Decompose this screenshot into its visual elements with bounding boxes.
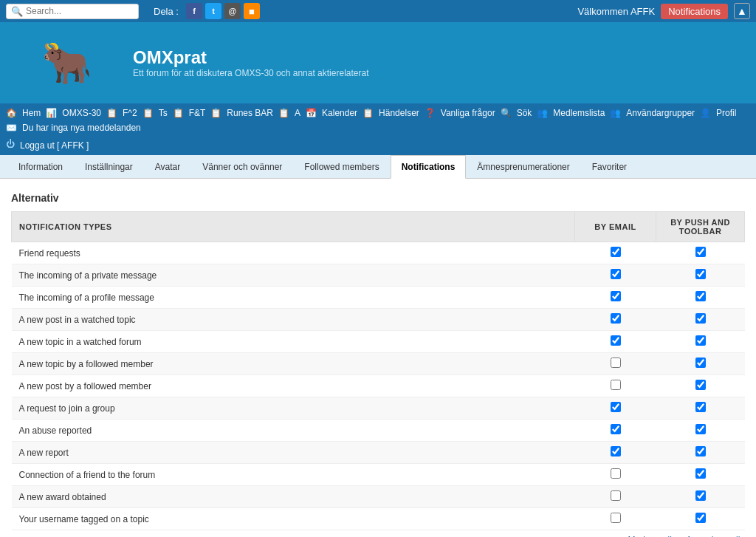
email-checkbox[interactable]: [611, 269, 621, 279]
row-email-cell[interactable]: [575, 242, 656, 264]
table-row: A new post by a followed member: [12, 375, 745, 397]
row-push-cell[interactable]: [656, 242, 745, 264]
row-email-cell[interactable]: [575, 264, 656, 287]
table-row: Connection of a friend to the forum: [12, 464, 745, 486]
tab-favoriter[interactable]: Favoriter: [581, 155, 638, 179]
site-logo: 🐂: [41, 43, 92, 83]
row-push-cell[interactable]: [656, 464, 745, 486]
notifications-button[interactable]: Notifications: [661, 4, 728, 19]
email-checkbox[interactable]: [611, 358, 621, 368]
email-checkbox[interactable]: [611, 380, 621, 390]
push-checkbox[interactable]: [695, 490, 706, 501]
tab-information[interactable]: Information: [7, 155, 74, 179]
nav-item-groups[interactable]: Användargrupper: [622, 106, 698, 120]
row-email-cell[interactable]: [575, 486, 656, 508]
email-checkbox[interactable]: [611, 402, 621, 412]
nav-item-handelser[interactable]: Händelser: [375, 106, 423, 120]
email-checkbox[interactable]: [611, 335, 621, 346]
push-checkbox[interactable]: [695, 446, 706, 456]
nav-item-runes[interactable]: Runes BAR: [223, 106, 277, 120]
row-push-cell[interactable]: [656, 264, 745, 287]
table-row: A new topic by a followed member: [12, 353, 745, 375]
logout-icon: ⏻: [6, 139, 15, 152]
tab-vanner[interactable]: Vänner och ovänner: [191, 155, 293, 179]
nav-item-faq[interactable]: Vanliga frågor: [437, 106, 499, 120]
row-email-cell[interactable]: [575, 331, 656, 353]
nav-item-kalender[interactable]: Kalender: [318, 106, 361, 120]
row-push-cell[interactable]: [656, 353, 745, 375]
tab-notifications[interactable]: Notifications: [391, 155, 467, 179]
search-box[interactable]: 🔍: [6, 4, 139, 19]
logout-link[interactable]: Logga ut [ AFFK ]: [16, 139, 92, 152]
email-checkbox[interactable]: [611, 424, 621, 434]
nav-item-ft[interactable]: F&T: [185, 106, 210, 120]
push-checkbox[interactable]: [695, 247, 706, 257]
push-checkbox[interactable]: [695, 424, 706, 434]
twitter-icon[interactable]: t: [205, 3, 221, 19]
nav-item-sok[interactable]: Sök: [513, 106, 536, 120]
row-email-cell[interactable]: [575, 464, 656, 486]
row-push-cell[interactable]: [656, 397, 745, 420]
email-checkbox[interactable]: [611, 513, 621, 523]
tab-amnesprenumerationer[interactable]: Ämnesprenumerationer: [466, 155, 580, 179]
tab-avatar[interactable]: Avatar: [144, 155, 191, 179]
row-type-cell: Friend requests: [12, 242, 575, 264]
row-push-cell[interactable]: [656, 331, 745, 353]
nav-icon-handelser: 📋: [362, 108, 374, 118]
row-push-cell[interactable]: [656, 375, 745, 397]
email-checkbox[interactable]: [611, 313, 621, 324]
push-checkbox[interactable]: [695, 513, 706, 523]
nav-item-f2[interactable]: F^2: [119, 106, 141, 120]
nav-icon-profile: 👤: [700, 108, 711, 118]
row-push-cell[interactable]: [656, 309, 745, 331]
push-checkbox[interactable]: [695, 291, 706, 301]
row-push-cell[interactable]: [656, 420, 745, 442]
site-header: 🐂 OMXprat Ett forum för att diskutera OM…: [0, 22, 756, 103]
row-email-cell[interactable]: [575, 353, 656, 375]
email-icon[interactable]: @: [224, 3, 241, 19]
push-checkbox[interactable]: [695, 269, 706, 279]
facebook-icon[interactable]: f: [186, 3, 202, 19]
email-checkbox[interactable]: [611, 291, 621, 301]
site-name: OMXprat: [133, 47, 368, 68]
site-subtitle: Ett forum för att diskutera OMXS-30 och …: [133, 68, 368, 78]
col-push: BY PUSH AND TOOLBAR: [656, 212, 745, 242]
nav-item-memberlist[interactable]: Medlemslista: [549, 106, 608, 120]
row-email-cell[interactable]: [575, 375, 656, 397]
row-email-cell[interactable]: [575, 397, 656, 420]
scroll-top-button[interactable]: ▲: [734, 3, 750, 19]
tab-followed[interactable]: Followed members: [293, 155, 390, 179]
push-checkbox[interactable]: [695, 335, 706, 346]
rss-icon[interactable]: ■: [244, 3, 260, 19]
email-checkbox[interactable]: [611, 468, 621, 479]
row-push-cell[interactable]: [656, 442, 745, 464]
row-push-cell[interactable]: [656, 287, 745, 309]
row-email-cell[interactable]: [575, 442, 656, 464]
col-type: NOTIFICATION TYPES: [12, 212, 575, 242]
table-row: An abuse reported: [12, 420, 745, 442]
push-checkbox[interactable]: [695, 468, 706, 479]
push-checkbox[interactable]: [695, 358, 706, 368]
nav-item-messages[interactable]: Du har inga nya meddelanden: [18, 121, 145, 134]
nav-item-ts[interactable]: Ts: [155, 106, 171, 120]
row-email-cell[interactable]: [575, 287, 656, 309]
email-checkbox[interactable]: [611, 490, 621, 501]
push-checkbox[interactable]: [695, 380, 706, 390]
row-push-cell[interactable]: [656, 486, 745, 508]
row-type-cell: A new post by a followed member: [12, 375, 575, 397]
row-email-cell[interactable]: [575, 309, 656, 331]
row-email-cell[interactable]: [575, 508, 656, 530]
nav-item-hem[interactable]: Hem: [18, 106, 44, 120]
tab-installningar[interactable]: Inställningar: [74, 155, 144, 179]
table-row: A new report: [12, 442, 745, 464]
push-checkbox[interactable]: [695, 402, 706, 412]
nav-item-a[interactable]: A: [291, 106, 304, 120]
row-push-cell[interactable]: [656, 508, 745, 530]
email-checkbox[interactable]: [611, 446, 621, 456]
search-input[interactable]: [26, 6, 134, 16]
nav-item-omxs30[interactable]: OMXS-30: [58, 106, 105, 120]
row-email-cell[interactable]: [575, 420, 656, 442]
nav-item-profile[interactable]: Profil: [712, 106, 740, 120]
email-checkbox[interactable]: [611, 247, 621, 257]
push-checkbox[interactable]: [695, 313, 706, 324]
